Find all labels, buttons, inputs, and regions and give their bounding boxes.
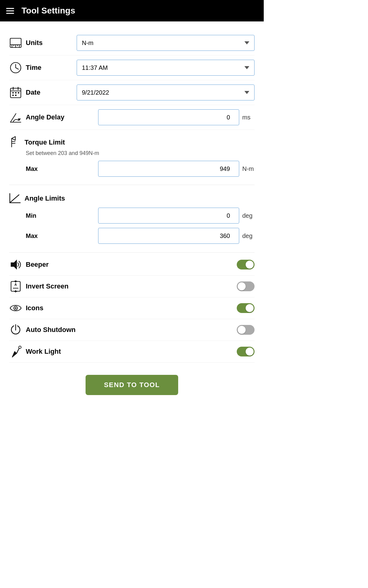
page-title: Tool Settings [21,6,75,16]
angle-max-input[interactable] [98,228,239,244]
calendar-icon [9,86,22,99]
date-control: 9/21/2022 [77,85,255,100]
svg-point-39 [19,346,21,349]
angle-delay-label: Angle Delay [9,111,77,124]
beeper-icon [9,258,22,271]
svg-rect-17 [12,95,14,96]
angle-min-row: Min deg [26,208,255,224]
torque-hint: Set between 203 and 949N-m [26,150,255,156]
eye-icon [9,302,22,315]
angle-max-row: Max deg [26,228,255,244]
date-select[interactable]: 9/21/2022 [77,85,255,100]
angle-limits-section: Angle Limits Min deg Max deg [9,186,255,251]
date-label: Date [9,86,77,99]
beeper-label: Beeper [9,258,77,271]
beeper-toggle[interactable] [237,260,255,270]
send-btn-wrap: SEND TO TOOL [9,375,255,413]
angle-limits-header: Angle Limits [9,189,255,208]
svg-line-9 [16,68,18,69]
beeper-row: Beeper [9,254,255,276]
svg-line-38 [17,349,19,353]
angle-delay-icon [9,111,22,124]
angle-delay-unit: ms [242,114,255,121]
angle-delay-row: Angle Delay ms [9,105,255,130]
svg-rect-15 [15,92,17,93]
work-light-toggle[interactable] [237,347,255,356]
svg-text:A: A [14,283,17,286]
date-text: Date [26,89,40,96]
torque-limit-section: Torque Limit Set between 203 and 949N-m … [9,130,255,183]
invert-screen-label: A Invert Screen [9,280,77,293]
auto-shutdown-toggle[interactable] [237,325,255,335]
auto-shutdown-row: Auto Shutdown [9,319,255,341]
angle-max-unit: deg [242,232,255,239]
torque-limit-text: Torque Limit [25,138,65,146]
units-text: Units [26,39,43,47]
settings-content: Units N-m ft-lb in-lb Time 11:37 AM [0,21,264,426]
torque-max-row: Max N-m [26,161,255,177]
angle-limits-text: Angle Limits [25,194,65,202]
units-select[interactable]: N-m ft-lb in-lb [77,35,255,51]
time-select[interactable]: 11:37 AM [77,60,255,76]
torque-max-label: Max [26,165,50,172]
angle-min-unit: deg [242,212,255,219]
work-light-icon [9,345,22,358]
svg-line-20 [10,114,16,122]
auto-shutdown-label: Auto Shutdown [9,323,77,336]
invert-screen-text: Invert Screen [26,282,68,290]
time-row: Time 11:37 AM [9,55,255,80]
date-row: Date 9/21/2022 [9,80,255,105]
angle-max-label: Max [26,232,50,239]
angle-limits-icon [9,192,21,205]
units-label: Units [9,36,77,49]
svg-rect-18 [15,95,17,96]
torque-limit-header: Torque Limit [9,133,255,150]
icons-toggle[interactable] [237,303,255,313]
beeper-text: Beeper [26,261,49,269]
invert-screen-toggle[interactable] [237,281,255,291]
torque-max-input[interactable] [98,161,239,177]
icons-row: Icons [9,297,255,319]
angle-min-label: Min [26,212,50,219]
angle-delay-input[interactable] [98,109,239,125]
beeper-control [77,260,255,270]
torque-unit: N-m [242,165,255,172]
invert-screen-control [77,281,255,291]
svg-rect-16 [18,92,19,93]
icons-text: Icons [26,304,43,312]
icons-control [77,303,255,313]
send-to-tool-button[interactable]: SEND TO TOOL [86,375,178,395]
work-light-text: Work Light [26,348,61,356]
invert-screen-row: A Invert Screen [9,276,255,297]
units-icon [9,36,22,49]
power-icon [9,323,22,336]
clock-icon [9,61,22,74]
work-light-label: Work Light [9,345,77,358]
angle-min-input[interactable] [98,208,239,224]
work-light-row: Work Light [9,341,255,363]
time-label: Time [9,61,77,74]
time-text: Time [26,64,41,72]
torque-icon [9,136,21,149]
time-control: 11:37 AM [77,60,255,76]
invert-screen-icon: A [9,280,22,293]
icons-label: Icons [9,302,77,315]
auto-shutdown-control [77,325,255,335]
svg-marker-27 [11,260,17,269]
svg-rect-14 [12,92,14,93]
auto-shutdown-text: Auto Shutdown [26,326,76,334]
svg-line-26 [10,195,19,203]
units-control: N-m ft-lb in-lb [77,35,255,51]
menu-button[interactable] [6,8,14,14]
angle-delay-text: Angle Delay [26,113,64,121]
app-header: Tool Settings [0,0,264,21]
work-light-control [77,347,255,356]
angle-delay-control: ms [77,109,255,125]
units-row: Units N-m ft-lb in-lb [9,31,255,55]
svg-point-36 [15,307,17,309]
